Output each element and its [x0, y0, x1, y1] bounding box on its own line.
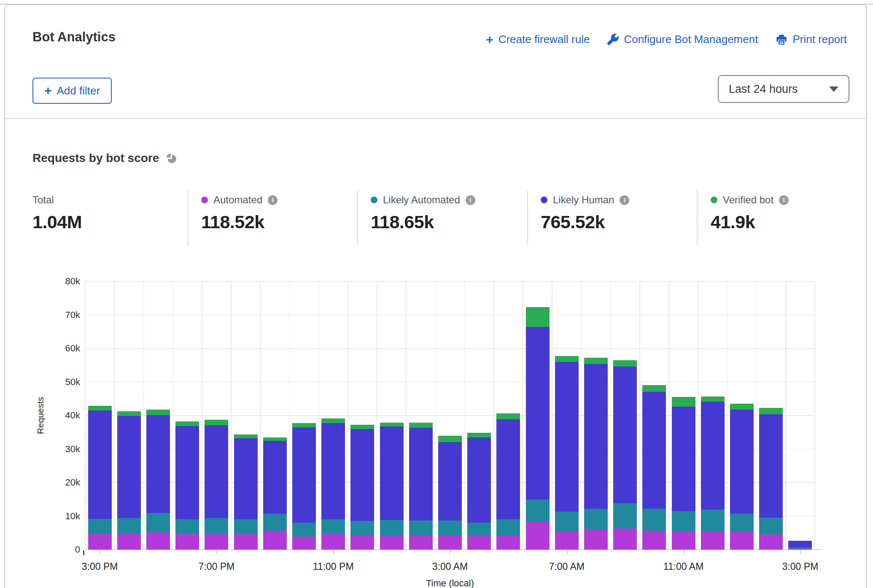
chart-bar-1-00-pm[interactable] [730, 404, 754, 550]
chart-bar-5-00-pm[interactable] [146, 410, 170, 550]
chart-bar-3-00-pm[interactable] [88, 406, 112, 550]
segment-verified-bot[interactable] [321, 418, 345, 423]
segment-likely-human[interactable] [467, 437, 491, 522]
segment-automated[interactable] [438, 536, 462, 550]
segment-verified-bot[interactable] [584, 358, 608, 364]
chart-bar-2-00-pm[interactable] [759, 408, 783, 550]
segment-likely-automated[interactable] [730, 514, 754, 531]
segment-verified-bot[interactable] [292, 423, 316, 427]
segment-verified-bot[interactable] [263, 437, 287, 441]
segment-verified-bot[interactable] [117, 411, 141, 416]
chart-bar-8-00-am[interactable] [584, 358, 608, 550]
segment-likely-human[interactable] [409, 428, 433, 521]
segment-likely-human[interactable] [759, 414, 783, 518]
segment-likely-automated[interactable] [701, 510, 725, 532]
chart-bar-8-00-pm[interactable] [234, 434, 258, 550]
segment-verified-bot[interactable] [526, 307, 550, 327]
segment-likely-human[interactable] [613, 367, 637, 503]
segment-likely-automated[interactable] [467, 523, 491, 536]
segment-automated[interactable] [613, 529, 637, 550]
segment-automated[interactable] [263, 531, 287, 550]
segment-likely-human[interactable] [263, 441, 287, 514]
chart-bar-2-00-am[interactable] [409, 423, 433, 550]
segment-automated[interactable] [555, 531, 579, 550]
segment-likely-human[interactable] [205, 425, 228, 518]
segment-likely-automated[interactable] [672, 511, 695, 531]
segment-automated[interactable] [730, 531, 754, 550]
segment-likely-automated[interactable] [438, 521, 462, 536]
segment-likely-human[interactable] [175, 426, 199, 519]
segment-verified-bot[interactable] [555, 356, 579, 362]
segment-likely-human[interactable] [642, 392, 666, 509]
segment-likely-human[interactable] [730, 410, 754, 514]
segment-verified-bot[interactable] [759, 408, 783, 414]
segment-automated[interactable] [526, 521, 550, 550]
segment-likely-human[interactable] [672, 407, 695, 511]
segment-verified-bot[interactable] [467, 433, 491, 437]
chart-bar-11-00-pm[interactable] [321, 418, 345, 550]
segment-verified-bot[interactable] [409, 423, 433, 428]
segment-likely-automated[interactable] [88, 519, 112, 534]
chart-bar-3-00-am[interactable] [438, 436, 462, 550]
segment-likely-human[interactable] [380, 426, 404, 520]
segment-likely-automated[interactable] [526, 499, 550, 521]
segment-likely-human[interactable] [555, 362, 579, 512]
segment-automated[interactable] [380, 536, 404, 550]
segment-likely-human[interactable] [117, 416, 141, 518]
segment-likely-automated[interactable] [205, 518, 228, 533]
segment-likely-automated[interactable] [175, 519, 199, 534]
chart-bar-6-00-pm[interactable] [175, 421, 199, 550]
segment-likely-automated[interactable] [321, 519, 345, 533]
chart-bar-11-00-am[interactable] [672, 397, 695, 550]
segment-likely-automated[interactable] [759, 518, 783, 535]
segment-likely-automated[interactable] [613, 503, 637, 529]
segment-likely-human[interactable] [234, 438, 258, 519]
segment-likely-automated[interactable] [350, 521, 374, 535]
segment-automated[interactable] [584, 529, 608, 550]
segment-automated[interactable] [117, 533, 141, 550]
segment-likely-human[interactable] [321, 423, 345, 519]
segment-verified-bot[interactable] [146, 410, 170, 415]
chart-bar-4-00-am[interactable] [467, 433, 491, 550]
segment-verified-bot[interactable] [496, 413, 520, 419]
segment-verified-bot[interactable] [88, 406, 112, 410]
chart-bar-3-00-pm[interactable] [788, 541, 812, 550]
segment-likely-human[interactable] [526, 327, 550, 499]
segment-likely-automated[interactable] [234, 519, 258, 534]
chart-bar-4-00-pm[interactable] [117, 411, 141, 550]
segment-likely-human[interactable] [438, 442, 462, 521]
segment-verified-bot[interactable] [730, 404, 754, 410]
segment-verified-bot[interactable] [642, 385, 666, 392]
segment-verified-bot[interactable] [438, 436, 462, 442]
segment-automated[interactable] [350, 536, 374, 550]
segment-likely-automated[interactable] [380, 520, 404, 536]
segment-automated[interactable] [205, 533, 228, 550]
segment-automated[interactable] [672, 531, 695, 550]
chart-bar-7-00-am[interactable] [555, 356, 579, 550]
segment-automated[interactable] [146, 532, 170, 550]
chart-bar-10-00-pm[interactable] [292, 423, 316, 550]
segment-likely-automated[interactable] [555, 512, 579, 531]
segment-verified-bot[interactable] [613, 360, 637, 367]
segment-automated[interactable] [234, 534, 258, 550]
segment-automated[interactable] [88, 534, 112, 550]
segment-likely-human[interactable] [788, 541, 812, 548]
segment-verified-bot[interactable] [234, 434, 258, 439]
segment-automated[interactable] [701, 532, 725, 550]
chart-bar-7-00-pm[interactable] [205, 420, 228, 550]
segment-automated[interactable] [496, 536, 520, 550]
chart-bar-6-00-am[interactable] [526, 307, 550, 550]
segment-verified-bot[interactable] [672, 397, 695, 407]
chart-bar-5-00-am[interactable] [496, 413, 520, 550]
segment-likely-automated[interactable] [584, 509, 608, 529]
segment-likely-automated[interactable] [117, 518, 141, 533]
segment-automated[interactable] [467, 536, 491, 550]
segment-automated[interactable] [759, 534, 783, 550]
segment-likely-automated[interactable] [146, 513, 170, 532]
segment-likely-human[interactable] [350, 429, 374, 521]
segment-likely-automated[interactable] [292, 523, 316, 537]
chart-bar-9-00-pm[interactable] [263, 437, 287, 550]
segment-likely-automated[interactable] [496, 519, 520, 536]
segment-verified-bot[interactable] [175, 421, 199, 426]
chart-bar-1-00-am[interactable] [380, 423, 404, 550]
